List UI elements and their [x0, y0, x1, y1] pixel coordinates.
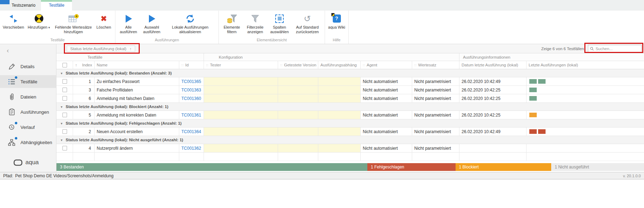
- collapse-chevron-icon[interactable]: ‹: [7, 47, 9, 54]
- cell-ausfuehrungsabhaeng[interactable]: [318, 127, 361, 136]
- cell-name: Zu einfaches Passwort: [95, 77, 179, 85]
- column-header-tester[interactable]: ::Tester: [204, 61, 278, 69]
- column-filter-icon[interactable]: ::: [181, 63, 184, 67]
- select-all-checkbox[interactable]: [56, 61, 73, 69]
- cell-id-link[interactable]: TC001362: [179, 144, 204, 152]
- cell-getestete-version[interactable]: [278, 144, 318, 152]
- cell-getestete-version[interactable]: [278, 111, 318, 119]
- collapse-triangle-icon[interactable]: ▾: [61, 105, 62, 109]
- sidebar-item-dateien[interactable]: Dateien: [0, 90, 56, 103]
- cell-getestete-version[interactable]: [278, 127, 318, 136]
- band-konfiguration[interactable]: Konfiguration: [204, 53, 459, 61]
- cell-tester[interactable]: [204, 144, 278, 152]
- cell-index: 2: [73, 127, 95, 136]
- column-header-wertesatz[interactable]: ::Wertesatz: [412, 61, 459, 69]
- column-filter-icon[interactable]: ::: [363, 63, 365, 67]
- hinzufuegen-button[interactable]: Hinzufügen ▾: [25, 11, 53, 38]
- group-row-nicht-ausgefuehrt[interactable]: ▾ Status letzte Ausführung (lokal): Nich…: [56, 136, 644, 144]
- cell-ausfuehrungsabhaeng[interactable]: [318, 94, 361, 102]
- collapse-triangle-icon[interactable]: ▾: [61, 138, 62, 142]
- table-row[interactable]: 1 Zu einfaches Passwort TC001365 Nicht a…: [56, 77, 644, 86]
- cell-index: 5: [73, 111, 95, 119]
- row-checkbox[interactable]: [56, 86, 73, 94]
- column-header-letzte-ausfuehrungen[interactable]: Letzte Ausführungen (lokal): [526, 61, 644, 69]
- button-label: Löschen: [96, 25, 111, 30]
- cell-id-link[interactable]: TC001360: [179, 94, 204, 102]
- sidebar-item-testfaelle[interactable]: Testfälle: [0, 75, 56, 88]
- alle-ausfuehren-button[interactable]: Alle ausführen: [117, 11, 140, 38]
- collapse-triangle-icon[interactable]: ▾: [61, 71, 62, 75]
- row-checkbox[interactable]: [56, 127, 73, 136]
- sidebar-item-abhaengigkeiten[interactable]: Abhängigkeiten: [0, 136, 56, 149]
- cell-id-link[interactable]: TC001364: [179, 127, 204, 136]
- cell-getestete-version[interactable]: [278, 94, 318, 102]
- cell-ausfuehrungsabhaeng[interactable]: [318, 111, 361, 119]
- sidebar-item-details[interactable]: Details: [0, 60, 56, 73]
- lokale-aktualisieren-button[interactable]: Lokale Ausführungen aktualisieren: [164, 11, 217, 38]
- row-checkbox[interactable]: [56, 144, 73, 152]
- cell-id-link[interactable]: TC001361: [179, 111, 204, 119]
- table-row[interactable]: 4 Nutzerprofil ändern TC001362 Nicht aut…: [56, 144, 644, 153]
- table-row[interactable]: 6 Anmeldung mit falschen Daten TC001360 …: [56, 94, 644, 103]
- collapse-triangle-icon[interactable]: ▾: [61, 121, 62, 125]
- cell-getestete-version[interactable]: [278, 77, 318, 85]
- cell-tester[interactable]: [204, 77, 278, 85]
- group-row-fehlgeschlagen[interactable]: ▾ Status letzte Ausführung (lokal): Fehl…: [56, 119, 644, 127]
- row-checkbox[interactable]: [56, 94, 73, 102]
- row-checkbox[interactable]: [56, 77, 73, 85]
- column-filter-icon[interactable]: ::: [414, 63, 417, 67]
- sidebar-item-verlauf[interactable]: Verlauf: [0, 121, 56, 133]
- group-row-blockiert[interactable]: ▾ Status letzte Ausführung (lokal): Bloc…: [56, 103, 644, 111]
- cell-tester[interactable]: [204, 86, 278, 94]
- spalten-auswaehlen-button[interactable]: Spalten auswählen: [267, 11, 292, 38]
- cell-name: Nutzerprofil ändern: [95, 144, 179, 152]
- elemente-filtern-button[interactable]: Elemente filtern: [221, 11, 243, 38]
- cell-index: 1: [73, 77, 95, 85]
- table-row[interactable]: 3 Falsche Profildaten TC001363 Nicht aut…: [56, 86, 644, 94]
- loeschen-button[interactable]: ✖ Löschen: [94, 11, 113, 38]
- table-row[interactable]: 2 Neuen Account erstellen TC001364 Nicht…: [56, 127, 644, 136]
- path-value: Pet Shop Demo DE Videos/Screenshots/Anme…: [15, 173, 114, 178]
- column-header-name[interactable]: Name: [95, 61, 179, 69]
- cell-tester[interactable]: [204, 111, 278, 119]
- filterzeile-anzeigen-button[interactable]: Filterzeile anzeigen: [243, 11, 267, 38]
- aqua-wiki-button[interactable]: ? aqua Wiki: [327, 11, 347, 38]
- paperclip-icon: [8, 93, 16, 101]
- cell-id-link[interactable]: TC001365: [179, 77, 204, 85]
- testcase-grid: Status letzte Ausführung (lokal) ↑ Zeige…: [56, 44, 644, 172]
- column-header-getestete-version[interactable]: ::Getestete Version: [278, 61, 318, 69]
- cell-getestete-version[interactable]: [278, 86, 318, 94]
- column-filter-icon[interactable]: ::: [280, 63, 283, 67]
- cell-ausfuehrungsabhaeng[interactable]: [318, 86, 361, 94]
- group-by-chip[interactable]: Status letzte Ausführung (lokal) ↑: [67, 46, 135, 52]
- filter-coins-icon: [227, 13, 237, 24]
- column-header-datum[interactable]: Datum letzte Ausführung (lokal): [459, 61, 526, 69]
- tab-testszenario[interactable]: Testszenario: [6, 0, 41, 11]
- cell-ausfuehrungsabhaeng[interactable]: [318, 77, 361, 85]
- band-testfaelle[interactable]: Testfälle: [56, 53, 204, 61]
- column-header-index[interactable]: ↑Index: [73, 61, 95, 69]
- row-checkbox[interactable]: [56, 111, 73, 119]
- column-header-ausfuehrungsabhaeng[interactable]: Ausführungsabhäng: [318, 61, 361, 69]
- column-filter-icon[interactable]: ::: [206, 63, 209, 67]
- fehlende-wertesaetze-button[interactable]: Fehlende Wertesätze hinzufügen: [53, 11, 94, 38]
- search-input[interactable]: [596, 47, 639, 51]
- tab-testfaelle[interactable]: Testfälle: [41, 0, 72, 11]
- cell-tester[interactable]: [204, 127, 278, 136]
- sidebar-item-ausfuehrungen[interactable]: Ausführungen: [0, 106, 56, 118]
- ribbon-group-testfaelle: Verschieben Hinzufügen ▾ Fehl: [0, 11, 115, 44]
- cell-tester[interactable]: [204, 94, 278, 102]
- cell-ausfuehrungsabhaeng[interactable]: [318, 144, 361, 152]
- column-header-agent[interactable]: ::Agent: [361, 61, 412, 69]
- auswahl-ausfuehren-button[interactable]: Auswahl ausführen: [140, 11, 164, 38]
- tab-label: Testfälle: [49, 3, 64, 8]
- column-header-id[interactable]: ::Id: [179, 61, 204, 69]
- auf-standard-button[interactable]: ↺ Auf Standard zurücksetzen: [292, 11, 323, 38]
- group-row-bestanden[interactable]: ▾ Status letzte Ausführung (lokal): Best…: [56, 69, 644, 77]
- verschieben-button[interactable]: Verschieben: [2, 11, 25, 38]
- band-ausfuehrungsinformationen[interactable]: Ausführungsinformationen: [459, 53, 644, 61]
- table-row[interactable]: 5 Anmeldung mit korrekten Daten TC001361…: [56, 111, 644, 119]
- search-box[interactable]: [588, 45, 642, 52]
- cell-id-link[interactable]: TC001363: [179, 86, 204, 94]
- group-row-label: Status letzte Ausführung (lokal): Nicht …: [66, 138, 183, 142]
